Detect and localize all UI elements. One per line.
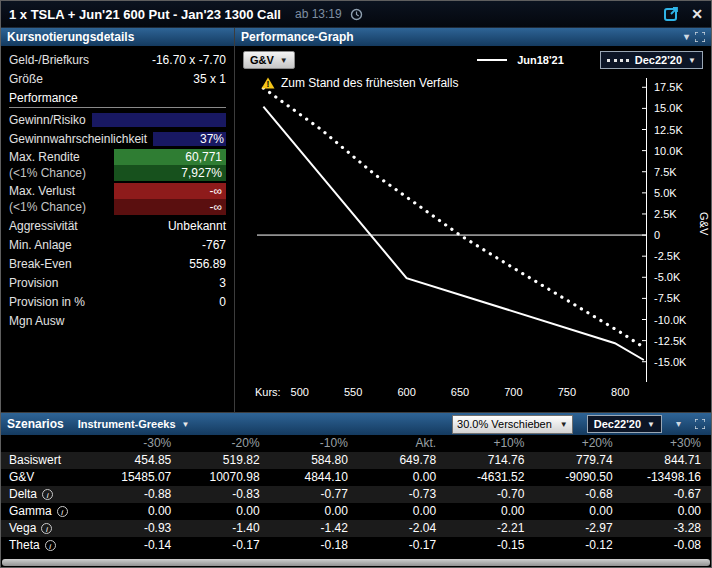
scenario-cell: -2.97	[534, 520, 622, 537]
graph-panel-header: Performance-Graph ▾	[235, 28, 711, 46]
scenario-cell: 10070.98	[181, 469, 269, 486]
x-tick-label: 700	[495, 386, 531, 398]
scenario-column-header: -30%	[93, 435, 181, 452]
scenarios-panel: Szenarios Instrument-Greeks ▼ 30.0% Vers…	[1, 412, 711, 557]
scenario-row-vega: Vegai-0.93-1.40-1.42-2.04-2.21-2.97-3.28	[1, 520, 711, 537]
delayed-quote-time: ab 13:19	[295, 7, 342, 21]
info-icon[interactable]: i	[45, 540, 56, 551]
greeks-dropdown[interactable]: Instrument-Greeks ▼	[78, 418, 190, 430]
scenario-date-dropdown[interactable]: Dec22'20 ▼	[587, 415, 662, 433]
y-axis-title: G&V	[698, 212, 710, 235]
info-icon[interactable]: i	[42, 489, 53, 500]
win-probability-label: Gewinnwahrscheinlichkeit	[9, 132, 147, 146]
scenarios-table: -30%-20%-10%Akt.+10%+20%+30% Basiswert45…	[1, 435, 711, 557]
chevron-down-icon[interactable]: ▾	[684, 32, 689, 42]
scenario-cell: -0.18	[270, 537, 358, 554]
scenario-cell: 0.00	[623, 503, 711, 520]
scenario-column-header: -10%	[270, 435, 358, 452]
y-tick-label: 15.0K	[654, 102, 683, 114]
legend-solid-label: Jun18'21	[517, 54, 564, 66]
chevron-down-icon: ▼	[647, 420, 655, 429]
scenario-row-gv: G&V15485.0710070.984844.100.00-4631.52-9…	[1, 469, 711, 486]
legend-date-dropdown[interactable]: Dec22'20 ▼	[600, 51, 703, 69]
shift-dropdown[interactable]: 30.0% Verschieben ▼	[452, 415, 573, 434]
max-loss-value: -∞	[114, 183, 226, 199]
expand-icon[interactable]	[695, 419, 705, 429]
quote-row-commission: Provision 3	[9, 273, 226, 292]
bid-ask-value: -16.70 x -7.70	[152, 53, 226, 67]
commission-label: Provision	[9, 276, 58, 290]
scenario-cell: -1.40	[181, 520, 269, 537]
title-bar: 1 x TSLA + Jun'21 600 Put - Jan'23 1300 …	[1, 1, 711, 28]
scenario-cell: -4631.52	[446, 469, 534, 486]
close-icon[interactable]: ✕	[691, 7, 703, 21]
scenario-row-delta: Deltai-0.88-0.83-0.77-0.73-0.70-0.68-0.6…	[1, 486, 711, 503]
max-loss-sublabel: (<1% Chance)	[9, 199, 86, 215]
margin-label: Mgn Ausw	[9, 314, 64, 328]
warning-text: Zum Stand des frühesten Verfalls	[281, 76, 458, 90]
quote-row-min-investment: Min. Anlage -767	[9, 235, 226, 254]
win-probability-value: 37%	[153, 132, 226, 146]
scenario-cell: -0.17	[181, 537, 269, 554]
scenario-cell: -0.70	[446, 486, 534, 503]
y-tick-label: -5.0K	[654, 271, 680, 283]
max-return-percent: 7,927%	[114, 165, 226, 181]
scenario-cell: -13498.16	[623, 469, 711, 486]
quote-row-break-even: Break-Even 556.89	[9, 254, 226, 273]
scenario-cell: -0.93	[93, 520, 181, 537]
max-return-value: 60,771	[114, 149, 226, 165]
scenario-cell: 584.80	[270, 452, 358, 469]
scenario-corner-cell	[1, 435, 93, 452]
chart-plot-area	[257, 78, 647, 382]
expand-icon[interactable]	[695, 32, 705, 42]
scenario-cell: -3.28	[623, 520, 711, 537]
scenario-cell: 0.00	[358, 503, 446, 520]
scenario-row-label: G&V	[9, 469, 34, 486]
scenario-cell: -0.77	[270, 486, 358, 503]
scenario-cell: 844.71	[623, 452, 711, 469]
quote-panel-header: Kursnotierungsdetails	[1, 28, 234, 46]
dotted-line-swatch	[607, 59, 629, 62]
size-label: Größe	[9, 72, 43, 86]
scenario-cell: -0.15	[446, 537, 534, 554]
max-return-sublabel: (<1% Chance)	[9, 165, 86, 181]
scenario-column-header: +10%	[446, 435, 534, 452]
scenario-cell: 0.00	[358, 469, 446, 486]
y-tick-label: -12.5K	[654, 335, 686, 347]
y-tick-label: -10.0K	[654, 314, 686, 326]
options-strategy-window: 1 x TSLA + Jun'21 600 Put - Jan'23 1300 …	[0, 0, 712, 568]
scenario-cell: -0.17	[358, 537, 446, 554]
y-tick-label: 10.0K	[654, 145, 683, 157]
scenario-cell: -0.12	[534, 537, 622, 554]
scenario-cell: 0.00	[181, 503, 269, 520]
aggressiveness-value: Unbekannt	[168, 219, 226, 233]
size-value: 35 x 1	[193, 72, 226, 86]
scenario-cell: -0.08	[623, 537, 711, 554]
quote-details-panel: Kursnotierungsdetails Geld-/Briefkurs -1…	[1, 28, 235, 412]
horizontal-scrollbar[interactable]	[1, 557, 711, 568]
info-icon[interactable]: i	[41, 523, 52, 534]
scrollbar-thumb[interactable]	[2, 559, 710, 566]
chevron-down-icon: ▼	[280, 56, 288, 65]
quote-row-commission-percent: Provision in % 0	[9, 292, 226, 311]
chart-legend: Jun18'21 Dec22'20 ▼	[477, 51, 703, 69]
metric-dropdown[interactable]: G&V ▼	[243, 51, 295, 69]
x-tick-label: 500	[282, 386, 318, 398]
quote-row-gain-risk: Gewinn/Risiko	[9, 110, 226, 129]
scenarios-header-bar: Szenarios Instrument-Greeks ▼ 30.0% Vers…	[1, 413, 711, 435]
bid-ask-label: Geld-/Briefkurs	[9, 53, 89, 67]
greeks-dropdown-label: Instrument-Greeks	[78, 418, 176, 430]
info-icon[interactable]: i	[57, 506, 68, 517]
main-area: Kursnotierungsdetails Geld-/Briefkurs -1…	[1, 28, 711, 412]
graph-toolbar: G&V ▼ Jun18'21 Dec22'20 ▼	[235, 46, 711, 74]
x-axis-tick-labels: Kurs: 500550600650700750800	[235, 386, 711, 402]
scenario-cell: 779.74	[534, 452, 622, 469]
popout-icon[interactable]	[663, 6, 679, 22]
chevron-down-icon[interactable]: ▾	[676, 419, 681, 429]
scenario-cell: -9090.50	[534, 469, 622, 486]
scenario-cell: -0.67	[623, 486, 711, 503]
x-tick-label: 600	[389, 386, 425, 398]
performance-graph-panel: Performance-Graph ▾ G&V ▼ Jun18'21 D	[235, 28, 711, 412]
scenario-row-label: Gamma	[9, 503, 52, 520]
commission-percent-label: Provision in %	[9, 295, 85, 309]
